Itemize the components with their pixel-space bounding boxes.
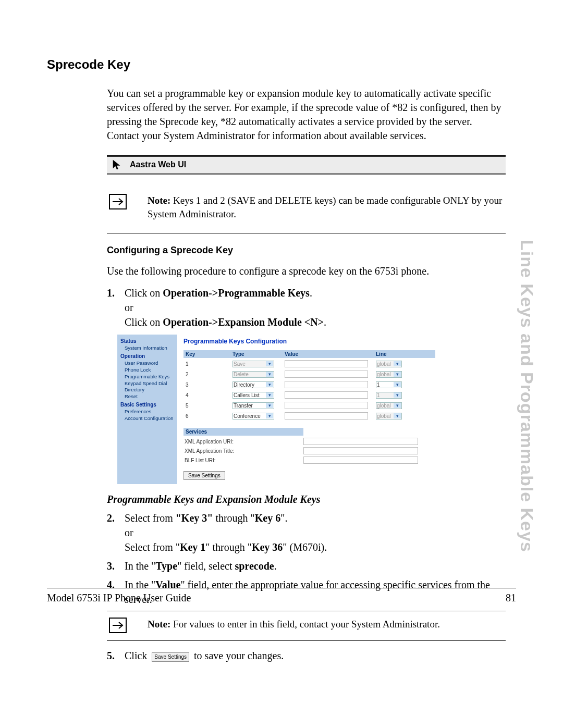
table-row: 5Transfer▾global▾ xyxy=(183,401,435,410)
table-row: 2Delete▾global▾ xyxy=(183,369,435,379)
col-header-key: Key xyxy=(183,350,230,358)
value-input[interactable] xyxy=(285,391,368,399)
webui-screenshot: Status System Information Operation User… xyxy=(117,335,440,484)
arrow-right-icon xyxy=(109,618,127,633)
mouse-cursor-icon xyxy=(111,159,123,170)
type-select: Save▾ xyxy=(232,361,274,367)
procedure-intro: Use the following procedure to configure… xyxy=(107,265,506,277)
sidebar-basic-header: Basic Settings xyxy=(120,402,174,408)
chevron-down-icon: ▾ xyxy=(266,403,273,408)
value-input[interactable] xyxy=(285,402,368,409)
col-header-value: Value xyxy=(283,350,374,358)
sidebar-item-acct[interactable]: Account Configuration xyxy=(125,415,174,422)
cell-key: 4 xyxy=(183,391,230,399)
sidebar-item-phonelock[interactable]: Phone Lock xyxy=(125,367,174,374)
configuring-subhead: Configuring a Sprecode Key xyxy=(107,245,506,256)
line-select: global▾ xyxy=(376,413,402,419)
blf-uri-input[interactable] xyxy=(303,456,418,464)
type-select: Delete▾ xyxy=(232,371,274,378)
value-input[interactable] xyxy=(285,371,368,378)
note-1: Note: Keys 1 and 2 (SAVE and DELETE keys… xyxy=(148,194,506,220)
sidebar-item-prefs[interactable]: Preferences xyxy=(125,409,174,415)
intro-paragraph: You can set a programmable key or expans… xyxy=(107,87,506,143)
sidebar-item-sysinfo[interactable]: System Information xyxy=(125,345,174,352)
table-row: 3Directory▾1▾ xyxy=(183,380,435,389)
table-row: 4Callers List▾1▾ xyxy=(183,390,435,400)
sidebar-item-directory[interactable]: Directory xyxy=(125,387,174,393)
services-header: Services xyxy=(183,428,303,436)
sidebar-status-header: Status xyxy=(120,338,174,344)
save-settings-button[interactable]: Save Settings xyxy=(183,471,225,480)
webui-main: Programmable Keys Configuration Key Type… xyxy=(177,335,440,484)
footer-page-number: 81 xyxy=(506,592,516,604)
footer-guide-title: Model 6753i IP Phone User Guide xyxy=(47,592,191,604)
chevron-down-icon: ▾ xyxy=(394,372,401,377)
italic-subhead: Programmable Keys and Expansion Module K… xyxy=(107,493,506,505)
line-select: global▾ xyxy=(376,371,402,378)
chevron-down-icon: ▾ xyxy=(266,382,273,387)
col-header-line: Line xyxy=(374,350,405,358)
webui-sidebar: Status System Information Operation User… xyxy=(117,335,177,484)
chevron-down-icon: ▾ xyxy=(394,392,401,398)
cell-key: 3 xyxy=(183,381,230,389)
xml-title-label: XML Application Title: xyxy=(183,448,303,454)
cell-key: 2 xyxy=(183,371,230,378)
section-title: Sprecode Key xyxy=(47,57,516,72)
xml-title-input[interactable] xyxy=(303,447,418,454)
chapter-side-tab: Line Keys and Programmable Keys xyxy=(517,240,537,552)
chevron-down-icon: ▾ xyxy=(394,403,401,408)
webui-label: Aastra Web UI xyxy=(130,160,186,169)
line-select: global▾ xyxy=(376,361,402,367)
arrow-right-icon xyxy=(109,194,127,209)
line-select: global▾ xyxy=(376,402,402,409)
webui-title: Programmable Keys Configuration xyxy=(183,338,435,345)
blf-uri-label: BLF List URI: xyxy=(183,458,303,463)
line-select[interactable]: 1▾ xyxy=(376,381,402,388)
chevron-down-icon: ▾ xyxy=(394,382,401,387)
chevron-down-icon: ▾ xyxy=(266,392,273,398)
col-header-type: Type xyxy=(230,350,283,358)
sidebar-item-ksd[interactable]: Keypad Speed Dial xyxy=(125,380,174,387)
chevron-down-icon: ▾ xyxy=(266,413,273,418)
type-select[interactable]: Conference▾ xyxy=(232,413,274,419)
table-row: 6Conference▾global▾ xyxy=(183,411,435,421)
line-select: 1▾ xyxy=(376,392,402,399)
value-input[interactable] xyxy=(285,381,368,388)
step-2: 2. Select from "Key 3" through "Key 6". … xyxy=(107,511,506,554)
type-select[interactable]: Directory▾ xyxy=(232,381,274,388)
save-settings-inline-button: Save Settings xyxy=(152,652,189,662)
sidebar-operation-header: Operation xyxy=(120,353,174,359)
xml-uri-input[interactable] xyxy=(303,438,418,445)
footer-rule xyxy=(47,588,516,588)
cell-key: 1 xyxy=(183,360,230,368)
webui-bar: Aastra Web UI xyxy=(107,155,506,175)
xml-uri-label: XML Application URI: xyxy=(183,439,303,445)
chevron-down-icon: ▾ xyxy=(266,372,273,377)
step-3: 3. In the "Type" field, select sprecode. xyxy=(107,559,506,573)
sidebar-item-reset[interactable]: Reset xyxy=(125,393,174,400)
type-select[interactable]: Callers List▾ xyxy=(232,392,274,399)
value-input[interactable] xyxy=(285,360,368,367)
step-1: 1. Click on Operation->Programmable Keys… xyxy=(107,286,506,329)
chevron-down-icon: ▾ xyxy=(394,361,401,366)
sidebar-item-userpw[interactable]: User Password xyxy=(125,360,174,367)
cell-key: 5 xyxy=(183,402,230,410)
chevron-down-icon: ▾ xyxy=(394,413,401,418)
value-input[interactable] xyxy=(285,412,368,419)
note-2: Note: For values to enter in this field,… xyxy=(148,618,440,631)
type-select[interactable]: Transfer▾ xyxy=(232,402,274,409)
table-row: 1Save▾global▾ xyxy=(183,359,435,368)
sidebar-item-progkeys[interactable]: Programmable Keys xyxy=(125,374,174,380)
cell-key: 6 xyxy=(183,412,230,420)
chevron-down-icon: ▾ xyxy=(266,361,273,366)
step-5: 5. Click Save Settings to save your chan… xyxy=(107,648,506,663)
table-header: Key Type Value Line xyxy=(183,350,435,358)
